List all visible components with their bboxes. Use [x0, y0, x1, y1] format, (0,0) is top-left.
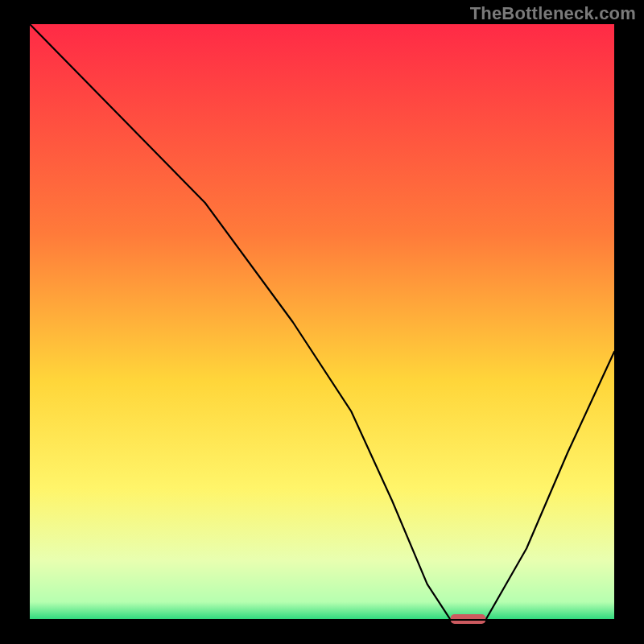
watermark-text: TheBottleneck.com	[470, 3, 636, 24]
bottleneck-chart	[0, 0, 644, 644]
chart-frame: TheBottleneck.com	[0, 0, 644, 644]
